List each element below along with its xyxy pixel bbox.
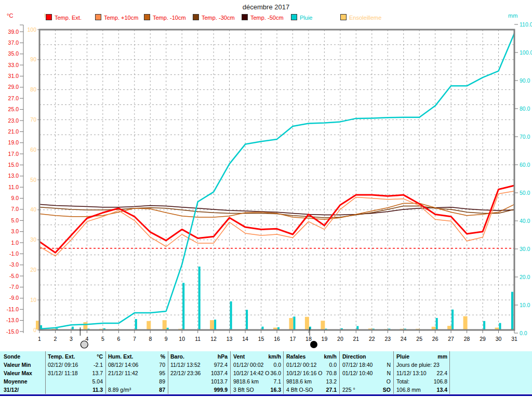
svg-text:-5.0: -5.0 [9, 273, 19, 279]
svg-text:31.0: 31.0 [8, 73, 19, 79]
table-cell-value: N [387, 362, 391, 368]
table-row: 5.04 [48, 378, 103, 386]
table-cell: Valeur Max [4, 370, 32, 376]
svg-text:29: 29 [480, 336, 486, 342]
svg-text:6: 6 [117, 336, 120, 342]
svg-text:40: 40 [30, 206, 36, 213]
table-cell: Temp. Ext. [48, 353, 75, 360]
svg-text:20.0: 20.0 [520, 274, 530, 280]
weather-chart-plot: 39.037.035.033.031.029.027.025.023.021.0… [0, 0, 532, 350]
table-cell-value: hPa [218, 353, 228, 360]
svg-text:-7.0: -7.0 [9, 284, 19, 290]
svg-text:30: 30 [30, 236, 36, 243]
table-row: 01/12/ 00:120.0 [286, 362, 337, 369]
table-row: 11.3 [48, 387, 103, 394]
table-column-vent: Ventkm/h01/12/ 00:020.010/12/ 14:42 O36.… [233, 351, 281, 394]
table-cell: Hum. Ext. [108, 353, 133, 360]
svg-text:-3.0: -3.0 [9, 261, 19, 268]
x-axis-day-labels: 1234567891011121314151617181920212223242… [38, 330, 517, 342]
table-cell: 8.89 g/m³ [108, 387, 131, 393]
svg-text:10: 10 [179, 336, 185, 342]
table-cell: 02/12/ 09:16 [48, 362, 78, 368]
svg-text:33.0: 33.0 [8, 62, 19, 68]
table-cell: 22/12/ 23:36 [170, 370, 201, 376]
table-cell: Valeur Min [4, 362, 31, 368]
svg-text:30: 30 [496, 336, 502, 342]
table-row: 10/12/ 16:16 O70.8 [286, 370, 337, 378]
table-cell-value: 16.3 [271, 387, 281, 393]
svg-text:1.0: 1.0 [11, 240, 19, 246]
svg-text:24: 24 [401, 336, 407, 342]
table-cell: 11/12/ 13:52 [170, 362, 201, 368]
svg-text:1: 1 [38, 336, 41, 342]
svg-text:80.0: 80.0 [520, 105, 530, 112]
svg-text:110.0: 110.0 [520, 21, 532, 28]
svg-text:19: 19 [322, 336, 328, 342]
table-cell: 3 Bft SO [233, 387, 254, 393]
svg-text:16: 16 [274, 336, 280, 342]
bottom-divider [0, 394, 532, 396]
table-cell-value: 0.0 [329, 362, 337, 368]
table-row: 106.8 mm13.4 [396, 387, 447, 394]
hours-axis: 0102030405060708090100 [27, 27, 41, 333]
svg-text:18: 18 [305, 336, 312, 342]
svg-text:39.0: 39.0 [8, 29, 19, 35]
table-cell-value: 972.4 [214, 362, 228, 368]
svg-text:37.0: 37.0 [8, 39, 19, 46]
table-column-rafales: Rafaleskm/h01/12/ 00:120.010/12/ 16:16 O… [286, 351, 337, 394]
svg-text:11: 11 [195, 336, 201, 342]
table-column-direction: Direction07/12/ 18:40N01/12/ 10:40NO225 … [342, 351, 391, 394]
svg-text:10: 10 [30, 297, 36, 303]
rain-bars [40, 267, 513, 329]
table-cell-value: 1013.7 [211, 378, 228, 385]
table-cell-value: 0.0 [273, 362, 281, 368]
mm-axis: 0.010.020.030.040.050.060.070.080.090.01… [514, 21, 532, 336]
svg-text:0: 0 [33, 327, 36, 333]
svg-text:17.0: 17.0 [8, 151, 19, 157]
table-row: 1013.7 [170, 378, 228, 386]
svg-text:12: 12 [210, 336, 217, 342]
table-cell-value: 36.0 [271, 370, 281, 376]
svg-text:90.0: 90.0 [520, 77, 530, 84]
table-cell-value: 13.2 [326, 378, 337, 385]
table-cell: Sonde [4, 353, 20, 360]
svg-text:20: 20 [30, 267, 36, 273]
table-row: 11/12/ 13:1022.4 [396, 370, 447, 378]
table-cell-value: % [161, 353, 165, 360]
table-column-baro-: Baro.hPa11/12/ 13:52972.422/12/ 23:36103… [170, 351, 228, 394]
table-column-separator [339, 351, 340, 394]
table-row: Temp. Ext.°C [48, 353, 103, 361]
table-cell-value: km/h [324, 353, 337, 360]
table-cell-value: 27.1 [326, 387, 337, 393]
table-row: 11/12/ 13:52972.4 [170, 362, 228, 369]
table-cell: Direction [342, 353, 366, 360]
table-cell-value: 5.04 [92, 378, 103, 385]
monthly-stats-table: SondeValeur MinValeur MaxMoyenne31/12/Te… [0, 351, 532, 394]
svg-text:20: 20 [337, 336, 343, 342]
table-row: O [342, 378, 391, 386]
table-cell: Rafales [286, 353, 305, 360]
svg-text:5: 5 [101, 336, 104, 342]
table-row: Pluiemm [396, 353, 447, 361]
table-cell: 21/12/ 11:42 [108, 370, 138, 376]
svg-text:14: 14 [242, 336, 248, 342]
table-column-separator [168, 351, 168, 394]
table-cell: Vent [233, 353, 245, 360]
table-cell: 225 ° [342, 387, 355, 393]
svg-text:15.0: 15.0 [8, 162, 19, 168]
svg-text:27.0: 27.0 [8, 95, 19, 101]
table-row: Valeur Min [4, 362, 42, 369]
table-row: 999.9 [170, 387, 228, 394]
svg-text:9: 9 [165, 336, 168, 342]
table-row: Hum. Ext.% [108, 353, 165, 361]
svg-text:40.0: 40.0 [520, 218, 530, 224]
table-cell: Pluie [396, 353, 409, 360]
table-cell-value: 11.3 [92, 387, 103, 393]
table-cell: 10/12/ 14:42 O [233, 370, 269, 376]
svg-text:60: 60 [30, 147, 36, 153]
table-column-temp-ext-: Temp. Ext.°C02/12/ 09:16-2.131/12/ 11:18… [48, 351, 103, 394]
table-row: 4 Bft O-SO27.1 [286, 387, 337, 394]
svg-text:-1.0: -1.0 [9, 250, 19, 257]
table-cell-value: 1037.4 [211, 370, 228, 376]
svg-text:29.0: 29.0 [8, 84, 19, 90]
